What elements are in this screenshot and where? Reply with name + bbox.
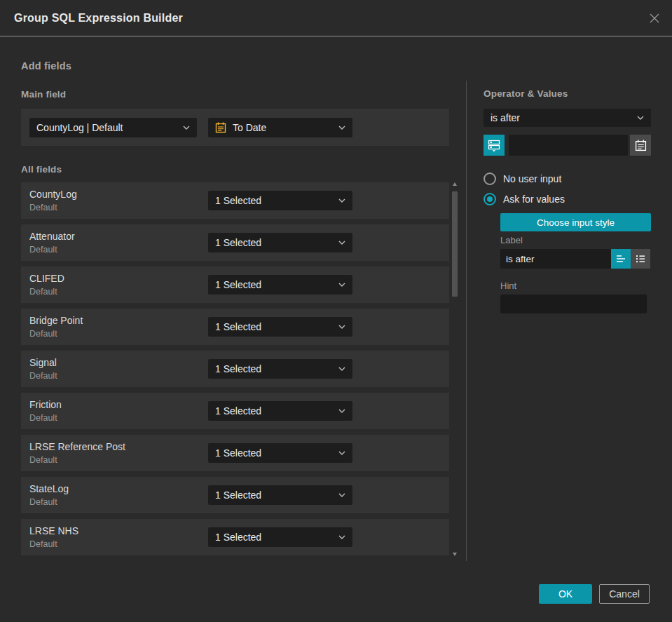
main-field-select[interactable]: CountyLog | Default: [29, 118, 197, 137]
field-selected-value: 1 Selected: [215, 195, 334, 206]
field-selected-dropdown[interactable]: 1 Selected: [208, 191, 352, 210]
chevron-down-icon: [338, 325, 345, 329]
chevron-down-icon: [338, 198, 345, 203]
label-input[interactable]: [500, 249, 611, 269]
ok-button[interactable]: OK: [539, 584, 592, 604]
align-left-icon: [615, 253, 626, 264]
dialog-header: Group SQL Expression Builder: [0, 0, 672, 36]
field-row: Friction Default 1 Selected: [21, 393, 449, 429]
chevron-down-icon: [338, 283, 345, 287]
field-name: CLIFED: [29, 273, 64, 284]
field-row: CountyLog Default 1 Selected: [21, 182, 449, 219]
close-icon: [648, 12, 661, 25]
field-source: Default: [29, 203, 57, 212]
hint-field-label: Hint: [500, 280, 516, 291]
main-field-panel: CountyLog | Default To Date: [21, 109, 449, 146]
field-row: StateLog Default 1 Selected: [21, 477, 449, 513]
field-selected-dropdown[interactable]: 1 Selected: [208, 359, 352, 379]
calendar-icon: [215, 122, 226, 133]
field-selected-dropdown[interactable]: 1 Selected: [208, 233, 352, 252]
radio-no-user-input[interactable]: No user input: [484, 173, 561, 185]
field-selected-dropdown[interactable]: 1 Selected: [208, 527, 352, 547]
list-scrollbar[interactable]: [451, 181, 459, 557]
field-selected-value: 1 Selected: [215, 405, 334, 417]
all-fields-heading: All fields: [21, 164, 62, 175]
radio-ask-for-values[interactable]: Ask for values: [484, 193, 565, 205]
field-selected-value: 1 Selected: [215, 321, 334, 332]
operator-values-heading: Operator & Values: [484, 88, 568, 99]
field-source: Default: [29, 539, 57, 549]
field-selected-dropdown[interactable]: 1 Selected: [208, 443, 352, 463]
scrollbar-thumb[interactable]: [452, 191, 458, 297]
radio-selected-icon: [484, 193, 496, 205]
field-name: LRSE NHS: [29, 525, 78, 536]
field-row: Signal Default 1 Selected: [21, 351, 449, 387]
calendar-icon: [635, 140, 647, 151]
date-type-select-value: To Date: [233, 122, 334, 133]
main-field-heading: Main field: [21, 89, 66, 100]
chevron-down-icon: [338, 409, 345, 413]
field-selected-dropdown[interactable]: 1 Selected: [208, 275, 352, 295]
scrollbar-down-arrow-icon[interactable]: [453, 553, 457, 556]
value-list-icon: [488, 139, 500, 151]
date-picker-button[interactable]: [630, 135, 651, 156]
chevron-down-icon: [637, 116, 644, 120]
label-field-label: Label: [500, 235, 523, 245]
main-field-select-value: CountyLog | Default: [36, 122, 179, 133]
field-name: StateLog: [29, 483, 69, 494]
chevron-down-icon: [183, 126, 190, 130]
hint-input[interactable]: [500, 295, 647, 313]
field-selected-value: 1 Selected: [215, 237, 334, 248]
field-name: Bridge Point: [29, 315, 83, 326]
field-row: LRSE NHS Default 1 Selected: [21, 519, 449, 555]
chevron-down-icon: [338, 126, 345, 130]
close-button[interactable]: [647, 11, 662, 26]
operator-select-value: is after: [491, 112, 633, 123]
field-name: CountyLog: [29, 189, 77, 200]
field-source: Default: [29, 287, 57, 297]
field-selected-dropdown[interactable]: 1 Selected: [208, 485, 352, 505]
date-type-select[interactable]: To Date: [208, 118, 352, 137]
radio-unselected-icon: [484, 173, 496, 185]
field-name: Friction: [29, 399, 62, 410]
field-selected-value: 1 Selected: [215, 363, 334, 374]
cancel-button[interactable]: Cancel: [599, 584, 650, 604]
choose-input-style-button[interactable]: Choose input style: [500, 213, 651, 231]
radio-no-user-input-label: No user input: [503, 173, 561, 184]
field-source: Default: [29, 245, 57, 255]
field-row: CLIFED Default 1 Selected: [21, 266, 449, 303]
list-style-button[interactable]: [631, 249, 650, 269]
chevron-down-icon: [338, 493, 345, 497]
dialog-title: Group SQL Expression Builder: [14, 0, 183, 36]
scrollbar-up-arrow-icon[interactable]: [453, 182, 457, 186]
radio-ask-for-values-label: Ask for values: [503, 194, 565, 205]
field-selected-value: 1 Selected: [215, 532, 334, 543]
field-name: LRSE Reference Post: [29, 441, 125, 452]
field-row: Bridge Point Default 1 Selected: [21, 309, 449, 345]
chevron-down-icon: [338, 535, 345, 539]
field-source: Default: [29, 455, 57, 465]
group-sql-expression-builder-dialog: Group SQL Expression Builder Add fields …: [0, 0, 672, 622]
field-selected-dropdown[interactable]: 1 Selected: [208, 401, 352, 421]
align-left-style-button[interactable]: [611, 249, 631, 269]
field-source: Default: [29, 497, 57, 507]
field-source: Default: [29, 329, 57, 339]
bulleted-list-icon: [635, 253, 646, 264]
field-row: Attenuator Default 1 Selected: [21, 224, 449, 261]
field-source: Default: [29, 371, 57, 381]
chevron-down-icon: [338, 241, 345, 245]
value-input[interactable]: [509, 135, 628, 156]
field-selected-value: 1 Selected: [215, 447, 334, 459]
add-fields-heading: Add fields: [21, 60, 71, 72]
field-selected-value: 1 Selected: [215, 279, 334, 290]
panel-divider: [466, 81, 467, 561]
field-source: Default: [29, 413, 57, 423]
field-selected-value: 1 Selected: [215, 489, 334, 501]
field-name: Signal: [29, 357, 57, 368]
chevron-down-icon: [338, 451, 345, 455]
value-source-button[interactable]: [484, 135, 505, 156]
field-selected-dropdown[interactable]: 1 Selected: [208, 317, 352, 337]
field-row: LRSE Reference Post Default 1 Selected: [21, 435, 449, 471]
operator-select[interactable]: is after: [484, 109, 651, 127]
chevron-down-icon: [338, 367, 345, 371]
